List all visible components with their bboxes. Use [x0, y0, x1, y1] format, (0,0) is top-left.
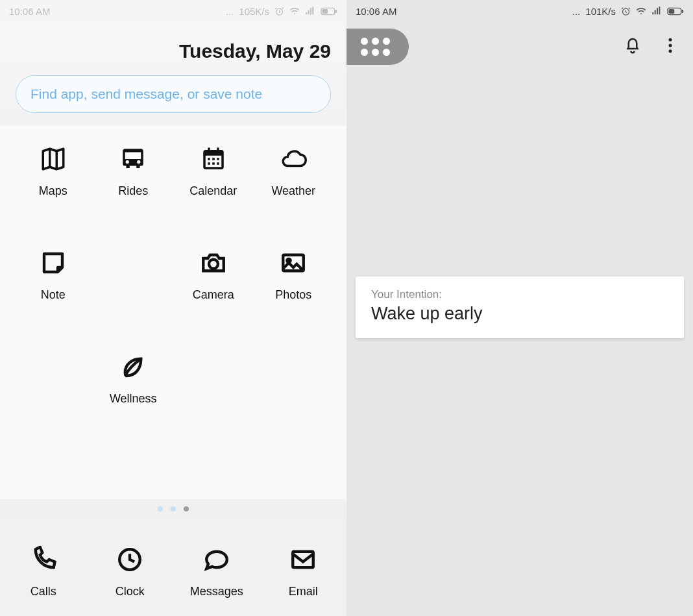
mail-icon — [289, 546, 317, 576]
dock-label: Messages — [190, 585, 243, 598]
launcher-home-screen: 10:06 AM ... 105K/s Tuesday, May 29 Find… — [0, 0, 346, 616]
svg-rect-2 — [335, 9, 337, 12]
cloud-icon — [280, 145, 307, 175]
page-indicator — [0, 499, 346, 519]
app-camera[interactable]: Camera — [173, 249, 254, 353]
photo-icon — [280, 249, 307, 279]
network-speed: 101K/s — [585, 6, 616, 17]
status-bar: 10:06 AM ... 105K/s — [0, 0, 346, 22]
note-icon — [40, 249, 67, 279]
intention-text: Wake up early — [371, 304, 668, 324]
app-rides[interactable]: Rides — [93, 145, 174, 249]
app-bar — [346, 22, 693, 71]
search-placeholder: Find app, send message, or save note — [30, 86, 262, 101]
app-wellness[interactable]: Wellness — [93, 353, 174, 457]
dock-label: Email — [289, 585, 318, 598]
header-area: Tuesday, May 29 Find app, send message, … — [0, 22, 346, 126]
app-maps[interactable]: Maps — [13, 145, 93, 249]
more-dots-icon: ... — [572, 6, 581, 17]
svg-rect-11 — [682, 9, 684, 12]
overflow-menu-icon[interactable] — [661, 36, 680, 58]
signal-icon — [305, 6, 315, 16]
svg-point-14 — [669, 44, 672, 47]
dock-bar: Calls Clock Messages Email — [0, 519, 346, 616]
app-label: Camera — [193, 288, 234, 302]
more-dots-icon: ... — [226, 6, 234, 17]
calendar-icon — [200, 145, 227, 175]
alarm-icon — [274, 6, 284, 16]
app-calendar[interactable]: Calendar — [173, 145, 254, 249]
status-right: ... 105K/s — [226, 6, 337, 17]
dock-calls[interactable]: Calls — [0, 546, 87, 598]
svg-rect-12 — [669, 9, 675, 14]
dock-clock[interactable]: Clock — [87, 546, 174, 598]
launcher-secondary-screen: 10:06 AM ... 101K/s Your Intention: Wake… — [346, 0, 693, 616]
camera-icon — [200, 249, 227, 279]
app-photos[interactable]: Photos — [254, 249, 334, 353]
svg-point-15 — [669, 49, 672, 53]
page-dot[interactable] — [171, 506, 176, 511]
battery-icon — [321, 7, 337, 16]
home-canvas[interactable]: Your Intention: Wake up early — [346, 71, 693, 616]
svg-rect-3 — [322, 9, 328, 14]
signal-icon — [651, 6, 662, 16]
svg-point-13 — [669, 38, 672, 42]
dock-label: Clock — [116, 585, 145, 598]
app-label: Calendar — [189, 184, 237, 198]
page-dot[interactable] — [158, 506, 163, 511]
status-right: ... 101K/s — [572, 6, 684, 17]
status-time: 10:06 AM — [356, 6, 396, 17]
wifi-icon — [636, 6, 646, 16]
app-drawer-button[interactable] — [346, 29, 409, 65]
bell-icon[interactable] — [623, 36, 642, 58]
page-dot-active[interactable] — [184, 506, 189, 511]
app-weather[interactable]: Weather — [254, 145, 334, 249]
app-label: Maps — [39, 184, 67, 198]
dock-messages[interactable]: Messages — [173, 546, 260, 598]
app-label: Wellness — [110, 392, 157, 406]
app-note[interactable]: Note — [13, 249, 93, 353]
leaf-icon — [119, 353, 147, 383]
map-icon — [40, 145, 67, 175]
date-title: Tuesday, May 29 — [16, 40, 331, 62]
app-label: Note — [41, 288, 66, 302]
app-label: Photos — [275, 288, 311, 302]
app-label: Rides — [118, 184, 148, 198]
network-speed: 105K/s — [239, 6, 269, 17]
dock-email[interactable]: Email — [260, 546, 347, 598]
svg-point-4 — [209, 260, 218, 269]
app-label: Weather — [271, 184, 315, 198]
bus-icon — [119, 145, 147, 175]
chat-icon — [203, 546, 230, 576]
svg-rect-8 — [293, 551, 314, 567]
wifi-icon — [289, 6, 300, 16]
battery-icon — [667, 7, 684, 16]
clock-icon — [116, 546, 143, 576]
status-time: 10:06 AM — [9, 6, 50, 17]
app-grid: Maps Rides Calendar Weather Note Camera … — [0, 126, 346, 499]
status-bar: 10:06 AM ... 101K/s — [346, 0, 693, 22]
search-input[interactable]: Find app, send message, or save note — [16, 75, 331, 113]
intention-label: Your Intention: — [371, 288, 668, 301]
phone-icon — [30, 546, 57, 576]
alarm-icon — [621, 6, 631, 16]
dock-label: Calls — [30, 585, 56, 598]
intention-card[interactable]: Your Intention: Wake up early — [356, 277, 684, 338]
